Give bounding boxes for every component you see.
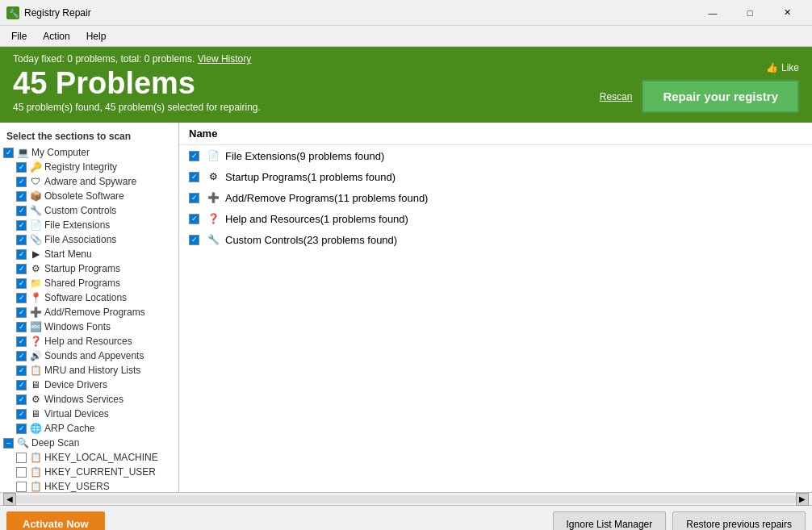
like-button[interactable]: 👍 Like	[766, 62, 799, 73]
maximize-button[interactable]: □	[731, 0, 768, 26]
result-icon: 🔧	[206, 232, 220, 247]
tree-item[interactable]: 📄File Extensions	[0, 218, 178, 232]
tree-item[interactable]: 🔊Sounds and Appevents	[0, 348, 178, 363]
tree-item[interactable]: 📋HKEY_LOCAL_MACHINE	[0, 450, 178, 465]
rescan-button[interactable]: Rescan	[600, 91, 633, 102]
tree-icon: 🔧	[29, 204, 42, 217]
minimize-button[interactable]: —	[694, 0, 731, 26]
tree-item[interactable]: 🖥Virtual Devices	[0, 407, 178, 421]
menu-file[interactable]: File	[3, 27, 35, 45]
tree-label: Windows Services	[44, 394, 123, 405]
tree-checkbox[interactable]	[16, 365, 27, 376]
view-history-link[interactable]: View History	[198, 53, 251, 65]
tree-checkbox[interactable]	[16, 467, 27, 478]
tree-item[interactable]: ⚙Windows Services	[0, 392, 178, 407]
tree-item[interactable]: 📎File Associations	[0, 232, 178, 247]
tree-checkbox[interactable]	[16, 220, 27, 231]
tree-item[interactable]: 📁Shared Programs	[0, 276, 178, 290]
tree-item[interactable]: ➕Add/Remove Programs	[0, 305, 178, 319]
tree-checkbox[interactable]	[16, 351, 27, 361]
result-row[interactable]: ❓Help and Resources(1 problems found)	[179, 208, 812, 229]
tree-checkbox[interactable]	[16, 191, 27, 202]
header-today: Today fixed: 0 problems, total: 0 proble…	[13, 53, 261, 65]
tree-item[interactable]: ⚙Startup Programs	[0, 261, 178, 276]
scroll-right-button[interactable]: ▶	[796, 493, 809, 506]
tree-checkbox[interactable]	[16, 394, 27, 405]
tree-checkbox[interactable]	[16, 322, 27, 332]
tree-item[interactable]: ❓Help and Resources	[0, 334, 178, 348]
tree-item[interactable]: 🖥Device Drivers	[0, 378, 178, 392]
tree-icon: 📎	[29, 233, 42, 246]
footer: Activate Now Ignore List Manager Restore…	[0, 505, 812, 530]
tree-checkbox[interactable]	[16, 162, 27, 173]
close-button[interactable]: ✕	[768, 0, 806, 26]
tree-icon: 💻	[16, 146, 29, 159]
problem-count: 45 Problems	[13, 68, 261, 98]
tree-checkbox[interactable]	[16, 264, 27, 274]
tree-item[interactable]: 🛡Adware and Spyware	[0, 174, 178, 189]
tree-label: Windows Fonts	[44, 321, 111, 332]
tree-icon: 🖥	[29, 407, 42, 420]
tree-checkbox[interactable]	[16, 409, 27, 419]
menu-help[interactable]: Help	[78, 27, 115, 45]
tree-checkbox[interactable]	[16, 482, 27, 492]
tree-checkbox[interactable]	[16, 278, 27, 289]
tree-item[interactable]: 📋HKEY_USERS	[0, 479, 178, 492]
tree-item[interactable]: 📋MRU and History Lists	[0, 363, 178, 378]
tree-item[interactable]: ▶Start Menu	[0, 247, 178, 261]
result-icon: ➕	[206, 190, 220, 205]
tree-checkbox[interactable]	[3, 438, 14, 449]
result-icon: ⚙	[206, 169, 220, 184]
repair-button[interactable]: Repair your registry	[642, 80, 799, 113]
tree-item[interactable]: 📋HKEY_CURRENT_USER	[0, 465, 178, 479]
tree-label: Virtual Devices	[44, 408, 109, 419]
result-row[interactable]: 📄File Extensions(9 problems found)	[179, 145, 812, 166]
tree-checkbox[interactable]	[16, 206, 27, 216]
result-row[interactable]: ⚙Startup Programs(1 problems found)	[179, 166, 812, 187]
menu-action[interactable]: Action	[35, 27, 77, 45]
tree-item[interactable]: 💻My Computer	[0, 145, 178, 160]
tree-checkbox[interactable]	[16, 453, 27, 463]
ignore-list-button[interactable]: Ignore List Manager	[553, 511, 667, 531]
tree-checkbox[interactable]	[16, 177, 27, 187]
restore-repairs-button[interactable]: Restore previous repairs	[672, 511, 806, 531]
tree-icon: ⚙	[29, 393, 42, 406]
main-content: Select the sections to scan 💻My Computer…	[0, 123, 812, 492]
result-checkbox[interactable]	[189, 235, 199, 245]
tree-checkbox[interactable]	[16, 380, 27, 390]
tree-label: Shared Programs	[44, 278, 120, 289]
tree-label: Help and Resources	[44, 336, 132, 347]
result-checkbox[interactable]	[189, 214, 199, 224]
tree-item[interactable]: 📍Software Locations	[0, 290, 178, 305]
tree-item[interactable]: 📦Obsolete Software	[0, 189, 178, 203]
tree-icon: ➕	[29, 306, 42, 319]
tree-checkbox[interactable]	[16, 235, 27, 245]
tree-checkbox[interactable]	[16, 424, 27, 434]
scroll-left-button[interactable]: ◀	[3, 493, 16, 506]
tree-checkbox[interactable]	[16, 249, 27, 260]
tree-container: 💻My Computer🔑Registry Integrity🛡Adware a…	[0, 145, 178, 492]
tree-checkbox[interactable]	[3, 148, 14, 158]
tree-item[interactable]: 🌐ARP Cache	[0, 421, 178, 436]
result-row[interactable]: 🔧Custom Controls(23 problems found)	[179, 229, 812, 250]
tree-label: MRU and History Lists	[44, 365, 140, 376]
result-checkbox[interactable]	[189, 193, 199, 203]
result-checkbox[interactable]	[189, 151, 199, 161]
tree-item[interactable]: 🔑Registry Integrity	[0, 160, 178, 174]
header-left: Today fixed: 0 problems, total: 0 proble…	[13, 53, 261, 113]
result-checkbox[interactable]	[189, 172, 199, 182]
activate-button[interactable]: Activate Now	[6, 511, 105, 530]
tree-checkbox[interactable]	[16, 293, 27, 303]
tree-item[interactable]: 🔤Windows Fonts	[0, 319, 178, 334]
tree-checkbox[interactable]	[16, 307, 27, 318]
tree-icon: 📋	[29, 465, 42, 478]
header-right: 👍 Like Rescan Repair your registry	[600, 62, 799, 113]
tree-checkbox[interactable]	[16, 336, 27, 347]
result-icon: 📄	[206, 148, 220, 163]
result-row[interactable]: ➕Add/Remove Programs(11 problems found)	[179, 187, 812, 208]
tree-item[interactable]: 🔧Custom Controls	[0, 203, 178, 218]
tree-icon: 🔊	[29, 349, 42, 362]
tree-item[interactable]: 🔍Deep Scan	[0, 436, 178, 450]
scrollbar-track[interactable]	[16, 495, 796, 503]
tree-label: HKEY_LOCAL_MACHINE	[44, 452, 158, 463]
